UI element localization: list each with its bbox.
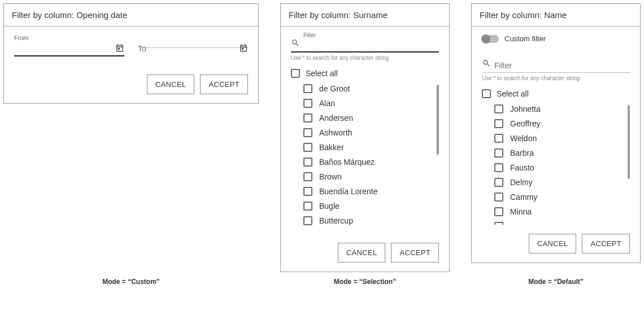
item-checkbox[interactable] [303, 158, 312, 167]
item-checkbox[interactable] [494, 222, 503, 225]
filter-input[interactable] [482, 55, 630, 73]
accept-button[interactable]: ACCEPT [391, 243, 439, 263]
item-checkbox[interactable] [303, 128, 312, 137]
scrollbar[interactable] [628, 105, 630, 179]
select-all-label: Select all [497, 89, 529, 98]
list-item[interactable]: Fausto [494, 160, 630, 175]
name-list: Johnetta Geoffrey Weldon Barbra Fausto D… [482, 102, 630, 225]
list-item[interactable]: Buendía Lorente [303, 184, 439, 199]
list-item[interactable] [494, 219, 630, 225]
filter-panel-opening-date: Filter by column: Opening date From To [3, 3, 259, 104]
panel1-caption: Mode = “Custom” [3, 278, 259, 286]
select-all-checkbox[interactable] [482, 89, 491, 98]
item-label: Cammy [510, 193, 537, 202]
list-item[interactable]: Barbra [494, 146, 630, 160]
item-checkbox[interactable] [494, 178, 503, 187]
list-item[interactable]: Cammy [494, 190, 630, 204]
list-item[interactable]: Geoffrey [494, 116, 630, 131]
cancel-button[interactable]: CANCEL [338, 243, 386, 263]
filter-label: Filter [303, 32, 316, 38]
item-label: Fausto [510, 163, 534, 172]
list-item[interactable]: Bugle [303, 199, 439, 213]
item-label: Buendía Lorente [319, 187, 378, 196]
item-checkbox[interactable] [494, 119, 503, 128]
filter-hint: Use * to search for any character string [291, 55, 439, 61]
item-label: de Groot [319, 84, 350, 93]
list-item[interactable]: Bakker [303, 140, 439, 155]
scrollbar[interactable] [437, 85, 439, 155]
item-checkbox[interactable] [303, 99, 312, 108]
item-label: Brown [319, 172, 342, 181]
to-date-field[interactable]: To [138, 34, 248, 56]
item-label: Bakker [319, 143, 344, 152]
item-checkbox[interactable] [494, 148, 503, 158]
select-all-checkbox[interactable] [291, 69, 300, 78]
item-label: Johnetta [510, 104, 541, 113]
list-item[interactable]: Baños Márquez [303, 155, 439, 169]
item-label: Buttercup [319, 216, 353, 225]
select-all-row[interactable]: Select all [482, 89, 630, 98]
item-checkbox[interactable] [303, 202, 312, 211]
search-icon [291, 38, 300, 49]
filter-panel-name: Filter by column: Name Custom filter Use… [471, 3, 641, 263]
item-label: Weldon [510, 134, 537, 143]
item-label: Baños Márquez [319, 158, 375, 167]
from-label: From [14, 34, 124, 41]
filter-hint: Use * to search for any character string [482, 75, 630, 81]
item-label: Geoffrey [510, 119, 540, 128]
list-item[interactable]: de Groot [303, 81, 439, 96]
item-label: Alan [319, 99, 335, 108]
item-checkbox[interactable] [494, 193, 503, 202]
from-date-input[interactable] [14, 42, 124, 56]
item-checkbox[interactable] [303, 172, 312, 181]
list-item[interactable]: Andersen [303, 111, 439, 125]
panel-title: Filter by column: Surname [281, 4, 449, 27]
search-icon [482, 59, 491, 69]
panel-title: Filter by column: Name [472, 4, 640, 27]
item-checkbox[interactable] [303, 113, 312, 123]
item-label: Minna [510, 207, 532, 216]
item-checkbox[interactable] [494, 163, 503, 172]
item-checkbox[interactable] [494, 104, 503, 113]
item-label: Bugle [319, 202, 340, 211]
item-label: Barbra [510, 148, 534, 158]
item-label: Andersen [319, 113, 353, 123]
list-item[interactable]: Johnetta [494, 102, 630, 116]
accept-button[interactable]: ACCEPT [582, 234, 630, 253]
cancel-button[interactable]: CANCEL [529, 234, 577, 253]
surname-list: de Groot Alan Andersen Ashworth Bakker B… [291, 81, 439, 228]
from-date-field[interactable]: From [14, 34, 124, 56]
item-label: Ashworth [319, 128, 352, 137]
custom-filter-toggle[interactable] [482, 35, 499, 43]
list-item[interactable]: Alan [303, 96, 439, 111]
item-checkbox[interactable] [303, 216, 312, 225]
accept-button[interactable]: ACCEPT [200, 75, 248, 94]
list-item[interactable]: Delmy [494, 175, 630, 190]
select-all-row[interactable]: Select all [291, 69, 439, 78]
item-checkbox[interactable] [494, 134, 503, 143]
item-checkbox[interactable] [494, 207, 503, 216]
filter-panel-surname: Filter by column: Surname Filter Use * t… [280, 3, 450, 272]
custom-filter-label: Custom filter [504, 34, 546, 43]
list-item[interactable]: Ashworth [303, 125, 439, 140]
cancel-button[interactable]: CANCEL [147, 75, 195, 94]
calendar-icon[interactable] [115, 43, 124, 54]
list-item[interactable]: Brown [303, 169, 439, 184]
list-item[interactable]: Minna [494, 204, 630, 219]
item-checkbox[interactable] [303, 84, 312, 93]
select-all-label: Select all [306, 69, 338, 78]
calendar-icon[interactable] [239, 43, 248, 54]
panel-title: Filter by column: Opening date [4, 4, 258, 27]
item-checkbox[interactable] [303, 187, 312, 196]
panel2-caption: Mode = “Selection” [280, 278, 450, 286]
to-date-input[interactable] [138, 34, 248, 48]
list-item[interactable]: Buttercup [303, 213, 439, 228]
item-label: Delmy [510, 178, 533, 187]
panel3-caption: Mode = “Default” [471, 278, 641, 286]
list-item[interactable]: Weldon [494, 131, 630, 146]
item-checkbox[interactable] [303, 143, 312, 152]
